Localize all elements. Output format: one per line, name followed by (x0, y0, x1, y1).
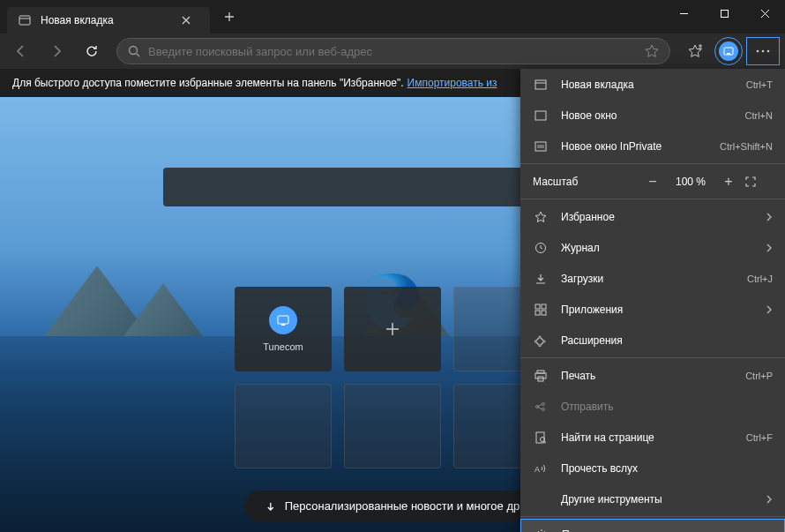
svg-point-31 (542, 408, 545, 410)
back-button[interactable] (5, 37, 37, 65)
menu-new-inprivate[interactable]: Новое окно InPrivate Ctrl+Shift+N (520, 131, 785, 161)
address-bar[interactable] (116, 38, 670, 64)
new-tab-button[interactable] (217, 8, 242, 26)
svg-rect-25 (542, 311, 546, 315)
window-controls (663, 0, 785, 26)
svg-point-13 (767, 50, 770, 53)
tile-empty[interactable] (344, 384, 441, 468)
print-icon (533, 370, 549, 382)
fullscreen-button[interactable] (744, 176, 773, 188)
maximize-button[interactable] (704, 0, 744, 26)
favorites-button[interactable] (679, 37, 711, 65)
svg-point-30 (542, 402, 545, 405)
svg-rect-22 (535, 304, 540, 309)
close-window-button[interactable] (744, 0, 785, 26)
star-icon (533, 211, 549, 223)
menu-more-tools[interactable]: Другие инструменты (520, 483, 785, 514)
menu-extensions[interactable]: Расширения (520, 325, 785, 356)
svg-rect-14 (278, 316, 288, 324)
tile-tunecom[interactable]: Tunecom (235, 287, 332, 371)
minimize-button[interactable] (663, 0, 704, 26)
menu-zoom: Масштаб − 100 % + (520, 166, 785, 197)
zoom-value: 100 % (669, 176, 713, 188)
find-icon (533, 431, 549, 444)
tile-add[interactable] (344, 287, 441, 371)
svg-point-12 (762, 50, 765, 53)
svg-rect-16 (535, 80, 546, 89)
svg-point-11 (757, 50, 759, 53)
favorite-star-icon[interactable] (645, 44, 659, 58)
extensions-icon (533, 334, 549, 347)
chevron-right-icon (766, 304, 773, 315)
profile-button[interactable] (714, 37, 743, 65)
svg-line-5 (137, 53, 140, 56)
download-icon (533, 273, 549, 285)
gear-icon (534, 528, 550, 533)
new-window-icon (533, 109, 549, 122)
share-icon (533, 401, 549, 413)
plus-icon (384, 320, 401, 338)
menu-new-tab[interactable]: Новая вкладка Ctrl+T (520, 69, 785, 100)
forward-button[interactable] (41, 37, 72, 65)
settings-menu: Новая вкладка Ctrl+T Новое окно Ctrl+N Н… (520, 69, 785, 532)
import-link[interactable]: Импортировать из (407, 77, 497, 89)
personalized-news-button[interactable]: Персонализированные новости и многое др (244, 491, 541, 521)
svg-rect-18 (535, 111, 546, 120)
tab-close-icon[interactable] (182, 16, 199, 25)
tab-title: Новая вкладка (41, 14, 173, 26)
zoom-out-button[interactable]: − (637, 174, 669, 190)
menu-history[interactable]: Журнал (520, 232, 785, 263)
read-aloud-icon: A (533, 462, 549, 475)
svg-rect-15 (281, 324, 285, 326)
menu-settings[interactable]: Параметры (520, 519, 785, 532)
chevron-right-icon (766, 494, 773, 505)
svg-rect-23 (542, 304, 546, 309)
zoom-in-button[interactable]: + (713, 174, 744, 190)
svg-rect-3 (721, 10, 728, 17)
menu-downloads[interactable]: Загрузки Ctrl+J (520, 263, 785, 294)
chevron-right-icon (766, 212, 773, 222)
svg-point-4 (130, 46, 138, 54)
menu-favorites[interactable]: Избранное (520, 201, 785, 232)
history-icon (533, 242, 549, 254)
svg-rect-27 (535, 373, 546, 378)
import-bar-text: Для быстрого доступа поместите избранные… (12, 77, 404, 89)
tile-icon (269, 306, 297, 334)
more-menu-button[interactable] (746, 37, 780, 65)
apps-icon (533, 303, 549, 316)
svg-rect-24 (535, 311, 540, 315)
menu-find[interactable]: Найти на странице Ctrl+F (520, 422, 785, 453)
arrow-down-icon (265, 501, 276, 512)
browser-tab[interactable]: Новая вкладка (7, 7, 210, 34)
svg-text:A: A (535, 465, 540, 474)
refresh-button[interactable] (76, 37, 108, 65)
tile-label: Tunecom (263, 341, 303, 352)
menu-new-window[interactable]: Новое окно Ctrl+N (520, 100, 785, 131)
svg-rect-0 (19, 16, 30, 25)
news-button-label: Персонализированные новости и многое др (285, 499, 520, 513)
toolbar (0, 34, 785, 69)
menu-share: Отправить (520, 391, 785, 422)
quick-tiles: Tunecom (235, 287, 550, 371)
menu-apps[interactable]: Приложения (520, 294, 785, 325)
chevron-right-icon (766, 243, 773, 253)
new-tab-icon (533, 79, 549, 91)
menu-read-aloud[interactable]: A Прочесть вслух (520, 453, 785, 483)
search-icon (128, 45, 141, 58)
inprivate-icon (533, 140, 549, 153)
address-input[interactable] (148, 45, 638, 58)
tile-empty[interactable] (235, 384, 332, 468)
tab-page-icon (18, 13, 32, 27)
svg-rect-10 (727, 53, 730, 55)
menu-print[interactable]: Печать Ctrl+P (520, 360, 785, 391)
quick-tiles-row2 (235, 384, 550, 468)
svg-rect-20 (537, 145, 544, 148)
